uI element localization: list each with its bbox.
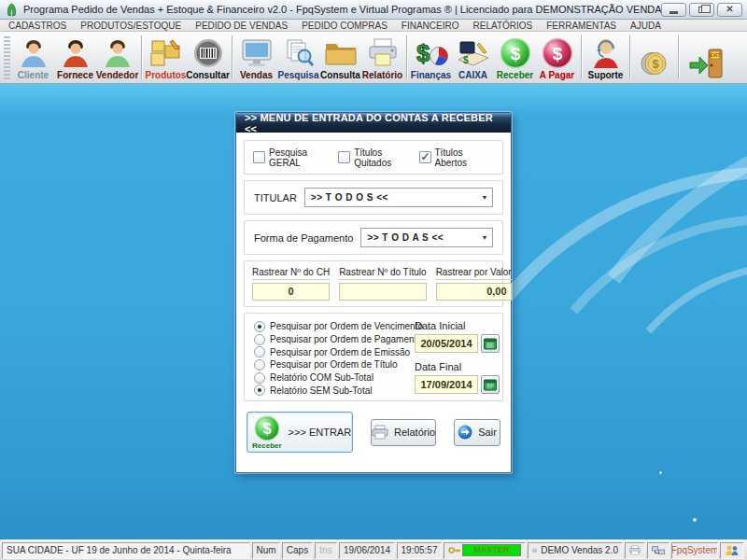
- sair-label: Sair: [478, 427, 497, 438]
- toolbar-separator: [141, 35, 142, 79]
- titular-value: >> T O D O S <<: [305, 192, 477, 203]
- toolbar: Cliente Fornece Vendedor Produtos Consul…: [0, 32, 747, 84]
- entrar-button[interactable]: $ Receber >>> ENTRAR: [247, 412, 353, 453]
- rastrear-valor-label: Rastrear por Valor: [436, 267, 512, 280]
- rastrear-valor-column: Rastrear por Valor 0,00: [436, 267, 512, 306]
- toolbar-grip: [4, 35, 10, 79]
- data-inicial-label: Data Inicial: [415, 320, 502, 331]
- coin-icon: $: [638, 47, 671, 80]
- rastrear-titulo-input[interactable]: [339, 283, 427, 301]
- menu-pedido-compras[interactable]: PEDIDO COMPRAS: [302, 21, 388, 31]
- minimize-button[interactable]: [661, 3, 686, 17]
- svg-text:$: $: [552, 44, 562, 63]
- users-icon: [725, 544, 740, 556]
- radio-label: Pesquisar por Ordem de Emissão: [270, 347, 410, 357]
- status-app-version: DEMO Vendas 2.0: [528, 542, 623, 559]
- toolbar-button-cliente[interactable]: Cliente: [12, 33, 54, 82]
- radio-label: Pesquisar por Ordem de Título: [270, 359, 398, 370]
- relatorio-button[interactable]: Relatório: [371, 419, 436, 446]
- sair-button[interactable]: Sair: [454, 419, 500, 446]
- toolbar-separator: [232, 35, 233, 79]
- toolbar-label: Produtos: [146, 70, 187, 80]
- contas-a-receber-dialog: >> MENU DE ENTRADA DO CONTAS A RECEBER <…: [235, 112, 512, 473]
- rastrear-titulo-label: Rastrear Nº do Título: [339, 267, 427, 280]
- checkbox-titulos-quitados[interactable]: Títulos Quitados: [338, 147, 418, 168]
- toolbar-label: Consultar: [186, 70, 230, 80]
- menu-ajuda[interactable]: AJUDA: [630, 21, 661, 31]
- data-final-input[interactable]: 17/09/2014: [415, 375, 478, 394]
- toolbar-button-consultar[interactable]: Consultar: [187, 33, 229, 82]
- rastrear-ch-label: Rastrear Nº do CH: [252, 267, 330, 280]
- toolbar-label: Suporte: [588, 70, 624, 80]
- status-user-level: MASTER: [444, 542, 526, 559]
- a-pagar-dollar-sphere-icon: $: [542, 36, 573, 70]
- restore-button[interactable]: [689, 3, 714, 17]
- rastrear-ch-input[interactable]: 0: [252, 283, 330, 301]
- toolbar-separator: [629, 35, 630, 79]
- menu-pedido-vendas[interactable]: PEDIDO DE VENDAS: [195, 21, 288, 31]
- status-time: 19:05:57: [397, 542, 442, 559]
- toolbar-button-vendas[interactable]: Vendas: [235, 33, 277, 82]
- close-button[interactable]: ✕: [717, 3, 742, 17]
- titular-select[interactable]: >> T O D O S << ▼: [304, 188, 493, 207]
- checkbox-icon: [338, 151, 350, 163]
- toolbar-button-exit[interactable]: EXIT: [682, 33, 730, 82]
- calendar-button-inicial[interactable]: [481, 334, 500, 353]
- menu-financeiro[interactable]: FINANCEIRO: [402, 21, 459, 31]
- radio-label: Relatório COM Sub-Total: [270, 372, 374, 383]
- menu-cadastros[interactable]: CADASTROS: [8, 21, 66, 31]
- toolbar-button-receber[interactable]: $ Receber: [494, 33, 536, 82]
- toolbar-button-fornecedor[interactable]: Fornece: [54, 33, 96, 82]
- order-options-group: Pesquisar por Ordem de Vencimento Pesqui…: [244, 313, 503, 401]
- titular-label: TITULAR: [254, 192, 297, 203]
- radio-selected-icon: [254, 385, 265, 396]
- toolbar-label: CAIXA: [458, 70, 487, 80]
- toolbar-label: Fornece: [57, 70, 93, 80]
- data-inicial-input[interactable]: 20/05/2014: [415, 334, 478, 353]
- toolbar-button-financas[interactable]: $ Finanças: [410, 33, 452, 82]
- checkbox-pesquisa-geral[interactable]: Pesquisa GERAL: [253, 147, 338, 168]
- radio-icon: [254, 346, 265, 357]
- status-bar: SUA CIDADE - UF 19 de Junho de 2014 - Qu…: [0, 539, 747, 560]
- rastrear-ch-column: Rastrear Nº do CH 0: [252, 267, 330, 306]
- toolbar-button-a-pagar[interactable]: $ A Pagar: [536, 33, 578, 82]
- filter-checkbox-group: Pesquisa GERAL Títulos Quitados Títulos …: [244, 140, 503, 175]
- printer-icon: [372, 425, 388, 440]
- svg-text:$: $: [510, 44, 520, 63]
- consultar-barcode-icon: [192, 36, 224, 70]
- radio-icon: [254, 372, 265, 384]
- rastrear-valor-input[interactable]: 0,00: [436, 283, 512, 301]
- desktop-wallpaper: >> MENU DE ENTRADA DO CONTAS A RECEBER <…: [0, 84, 747, 539]
- toolbar-button-relatorio[interactable]: Relatório: [361, 33, 403, 82]
- forma-pagamento-label: Forma de Pagamento: [254, 232, 353, 244]
- window-titlebar: Programa Pedido de Vendas + Estoque & Fi…: [0, 0, 747, 20]
- svg-text:$: $: [416, 39, 430, 67]
- radio-icon: [254, 334, 265, 345]
- toolbar-button-consulta[interactable]: Consulta: [319, 33, 361, 82]
- entrar-label: >>> ENTRAR: [289, 427, 352, 438]
- menu-produtos-estoque[interactable]: PRODUTOS/ESTOQUE: [80, 21, 181, 31]
- suporte-headset-person-icon: [590, 36, 622, 70]
- calendar-icon: [484, 338, 497, 350]
- dialog-titlebar[interactable]: >> MENU DE ENTRADA DO CONTAS A RECEBER <…: [236, 113, 511, 133]
- calendar-button-final[interactable]: [481, 375, 500, 394]
- exit-door-icon: EXIT: [687, 47, 725, 80]
- wallpaper-dot: [659, 471, 662, 474]
- computer-icon: [532, 545, 537, 556]
- toolbar-button-pesquisa[interactable]: Pesquisa: [277, 33, 319, 82]
- produtos-boxes-icon: [149, 36, 183, 70]
- receber-dollar-icon: $ Receber: [252, 415, 282, 450]
- toolbar-separator: [581, 35, 582, 79]
- menu-ferramentas[interactable]: FERRAMENTAS: [546, 21, 616, 31]
- toolbar-button-moeda[interactable]: $: [633, 33, 675, 82]
- toolbar-button-caixa[interactable]: $ CAIXA: [452, 33, 494, 82]
- toolbar-label: Receber: [497, 70, 533, 80]
- toolbar-button-suporte[interactable]: Suporte: [585, 33, 627, 82]
- menu-relatorios[interactable]: RELATÓRIOS: [473, 21, 533, 31]
- toolbar-button-produtos[interactable]: Produtos: [145, 33, 187, 82]
- svg-text:$: $: [262, 420, 271, 436]
- toolbar-button-vendedor[interactable]: Vendedor: [96, 33, 138, 82]
- toolbar-label: Pesquisa: [278, 70, 319, 80]
- checkbox-titulos-abertos[interactable]: Títulos Abertos: [419, 147, 494, 168]
- forma-pagamento-select[interactable]: >> T O D A S << ▼: [360, 228, 493, 247]
